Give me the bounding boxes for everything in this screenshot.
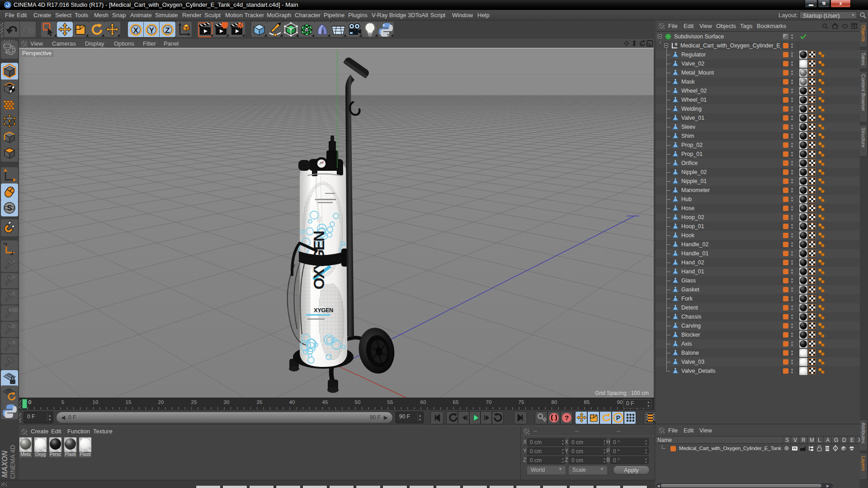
svg-text:XYGEN: XYGEN: [314, 307, 333, 314]
svg-text:X: X: [133, 26, 139, 35]
svg-text:Y: Y: [149, 26, 155, 35]
svg-text:R: R: [12, 291, 15, 296]
svg-text:+: +: [12, 259, 15, 264]
svg-text:P: P: [12, 275, 15, 280]
svg-text:0: 0: [675, 42, 677, 47]
svg-text:S: S: [7, 204, 12, 212]
svg-text:PSR: PSR: [9, 308, 18, 313]
svg-text:N: N: [12, 340, 15, 345]
svg-text:Z: Z: [165, 26, 170, 35]
svg-text:P: P: [616, 414, 620, 422]
svg-text:?: ?: [565, 414, 569, 422]
svg-text:O: O: [12, 324, 15, 329]
